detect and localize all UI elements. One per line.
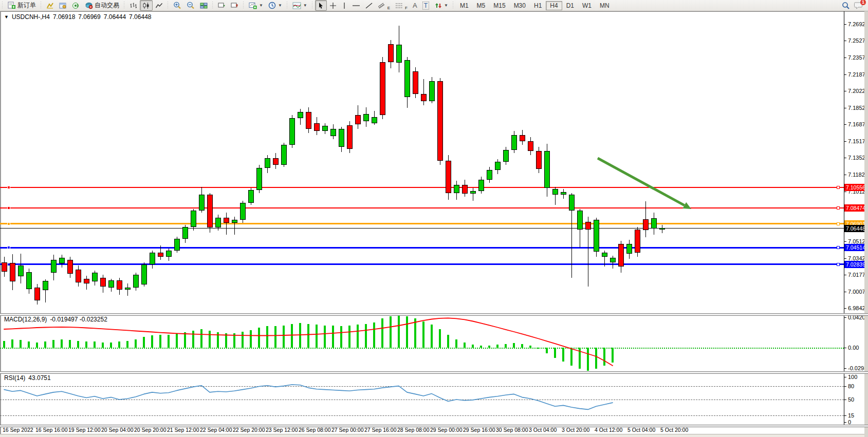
- macd-histogram-bar: [28, 341, 30, 348]
- candle: [322, 126, 328, 131]
- date-axis-label: 26 Sep 08:00: [299, 427, 330, 433]
- rsi-value: 43.0751: [28, 374, 50, 382]
- macd-histogram-bar: [299, 323, 301, 348]
- candle: [355, 115, 361, 124]
- rsi-axis-label: 100: [848, 374, 857, 380]
- candle: [487, 170, 492, 180]
- macd-histogram-bar: [488, 346, 490, 348]
- line-handle[interactable]: [837, 246, 840, 249]
- line-handle[interactable]: [7, 246, 10, 249]
- chart-title-row: ▼ USDCNH-,H4 7.06918 7.06969 7.06444 7.0…: [4, 13, 152, 21]
- macd-histogram-bar: [546, 348, 548, 353]
- macd-histogram-bar: [225, 333, 227, 348]
- macd-histogram-bar: [192, 331, 194, 348]
- price-line-badge: 7.04514: [844, 244, 867, 251]
- line-handle[interactable]: [837, 222, 840, 225]
- macd-histogram-bar: [472, 345, 474, 348]
- line-handle[interactable]: [837, 186, 840, 189]
- candle: [446, 161, 451, 193]
- macd-zero-line: [0, 348, 844, 349]
- rsi-level-line: [0, 386, 844, 387]
- candle: [166, 251, 172, 257]
- macd-histogram-bar: [176, 334, 178, 348]
- macd-histogram-bar: [200, 329, 202, 348]
- candle: [659, 228, 665, 230]
- macd-histogram-bar: [316, 325, 318, 348]
- line-handle[interactable]: [7, 206, 10, 210]
- candle: [602, 253, 607, 257]
- candle: [372, 117, 377, 123]
- rsi-axis-label: 15: [848, 412, 854, 419]
- current-price-line: [0, 228, 844, 229]
- line-handle[interactable]: [837, 263, 840, 266]
- horizontal-line-object[interactable]: [0, 223, 844, 224]
- macd-histogram-bar: [77, 341, 79, 348]
- horizontal-line-object[interactable]: [0, 207, 844, 208]
- candle-wick: [473, 188, 473, 201]
- macd-histogram-bar: [184, 332, 186, 348]
- macd-histogram-bar: [529, 346, 531, 348]
- candle: [141, 264, 147, 284]
- candle: [478, 180, 484, 191]
- rsi-pane-separator[interactable]: [0, 371, 868, 374]
- line-handle[interactable]: [7, 222, 10, 225]
- candle: [174, 239, 180, 251]
- line-handle[interactable]: [7, 186, 10, 189]
- macd-histogram-bar: [85, 341, 87, 348]
- macd-histogram-bar: [36, 343, 38, 348]
- macd-histogram-bar: [291, 324, 293, 348]
- date-axis-label: 3 Oct 04:00: [529, 427, 557, 433]
- candle: [404, 60, 410, 97]
- candle: [51, 260, 57, 273]
- macd-histogram-bar: [612, 348, 614, 363]
- date-axis-label: 30 Sep 08:00: [496, 427, 528, 433]
- macd-pane-separator[interactable]: [0, 313, 868, 316]
- macd-histogram-bar: [332, 326, 334, 348]
- macd-label: MACD(12,26,9): [4, 316, 47, 323]
- candle: [100, 278, 106, 287]
- macd-histogram-bar: [110, 343, 112, 348]
- rsi-label: RSI(14): [4, 374, 25, 382]
- macd-histogram-bar: [217, 332, 219, 348]
- horizontal-line-object[interactable]: [0, 263, 844, 265]
- macd-histogram-bar: [538, 348, 540, 349]
- candle: [544, 151, 550, 188]
- macd-histogram-bar: [69, 340, 71, 348]
- candle: [108, 280, 114, 288]
- line-handle[interactable]: [837, 206, 840, 210]
- ohlc-close: 7.06448: [129, 13, 151, 21]
- candle: [43, 281, 48, 290]
- collapse-triangle-icon[interactable]: ▼: [4, 14, 9, 20]
- horizontal-line-object[interactable]: [0, 247, 844, 249]
- macd-label-row: MACD(12,26,9) -0.019497 -0.023252: [4, 316, 107, 323]
- macd-axis-label: 0.00: [848, 345, 859, 351]
- date-axis-label: 21 Sep 12:00: [167, 427, 199, 433]
- candle: [207, 195, 213, 227]
- candle: [34, 288, 40, 300]
- candle: [429, 81, 435, 101]
- date-axis-label: 22 Sep 04:00: [200, 427, 232, 433]
- candle: [84, 279, 89, 284]
- candle: [133, 275, 139, 288]
- date-axis-label: 16 Sep 2022: [3, 427, 33, 433]
- macd-histogram-bar: [464, 343, 466, 348]
- macd-histogram-bar: [209, 331, 211, 348]
- candle: [26, 272, 32, 289]
- date-axis-label: 27 Sep 00:00: [331, 427, 363, 433]
- candle: [528, 141, 533, 151]
- macd-histogram-bar: [283, 326, 285, 348]
- macd-histogram-bar: [521, 344, 523, 348]
- candle: [643, 219, 649, 230]
- candle: [158, 253, 163, 257]
- macd-histogram-bar: [258, 328, 260, 348]
- candle: [437, 81, 443, 161]
- macd-histogram-bar: [406, 316, 408, 348]
- macd-histogram-bar: [233, 333, 235, 348]
- macd-values: -0.019497 -0.023252: [50, 316, 107, 323]
- candle: [314, 123, 320, 131]
- macd-histogram-bar: [102, 343, 104, 348]
- macd-histogram-bar: [135, 339, 137, 348]
- macd-histogram-bar: [168, 335, 170, 348]
- horizontal-line-object[interactable]: [0, 187, 844, 188]
- macd-histogram-bar: [11, 339, 13, 348]
